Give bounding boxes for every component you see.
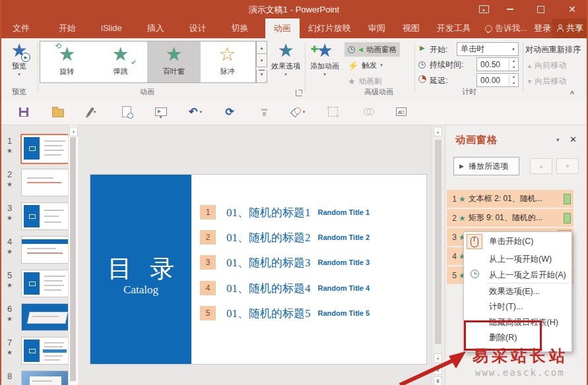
tab-animations[interactable]: 动画 [265, 18, 300, 38]
delay-spinner[interactable]: 00.00 ▴▾ [476, 73, 519, 87]
start-value-dropdown[interactable]: 单击时 ▾ [457, 42, 519, 56]
align-button-disabled[interactable] [247, 108, 281, 116]
minimize-button[interactable] [500, 0, 520, 18]
tab-home[interactable]: 开始 [50, 18, 84, 38]
thumbnail-slide-7[interactable]: 7★ [1, 337, 78, 369]
menu-timing[interactable]: 计时(T)... [464, 299, 572, 314]
tab-transitions[interactable]: 切换 [223, 18, 257, 38]
slide-blue-panel[interactable]: 目 录 Catalog [90, 175, 191, 364]
tell-me-box[interactable]: 告诉我... [485, 23, 527, 34]
trigger-button[interactable]: ⚡ 触发 ▾ [344, 58, 386, 73]
duration-spin-arrows[interactable]: ▴▾ [509, 58, 518, 71]
thumbnail-slide-6[interactable]: 6★ [1, 303, 78, 335]
thumbnail-preview-7[interactable] [21, 337, 69, 365]
move-later-button[interactable]: ▼ 向后移动 [527, 76, 566, 87]
tab-review[interactable]: 审阅 [360, 18, 394, 38]
open-button[interactable] [41, 107, 75, 117]
thumbnail-slide-3[interactable]: 3★ [1, 202, 78, 234]
start-slideshow-button[interactable] [144, 107, 178, 116]
thumbnail-preview-8[interactable] [21, 370, 69, 385]
tab-developer[interactable]: 开发工具 [428, 18, 480, 38]
duration-spinner[interactable]: 00.50 ▴▾ [476, 57, 519, 71]
menu-start-with-previous[interactable]: 从上一项开始(W) [464, 251, 572, 267]
align-icon [261, 108, 268, 116]
delay-spin-arrows[interactable]: ▴▾ [509, 74, 518, 86]
thumbnail-preview-1[interactable] [20, 134, 70, 164]
thumbnail-slide-8[interactable]: 8 [1, 370, 78, 385]
thumbnail-preview-3[interactable] [21, 202, 69, 230]
scrollbar-thumb[interactable] [435, 140, 441, 344]
tab-insert[interactable]: 插入 [139, 18, 173, 38]
preview-button[interactable]: ★▶ 预览 ▾ [3, 41, 36, 77]
catalog-item-4[interactable]: 4 01、随机的标题4 Random Title 4 [200, 280, 370, 297]
animation-bounce[interactable]: ★ ✔ 弹跳 [94, 42, 147, 82]
ink-pointer-button[interactable]: ▾ [75, 107, 110, 117]
pane-move-up-button[interactable]: ▲ [530, 158, 552, 174]
gallery-more-button[interactable]: ▾ [256, 70, 267, 83]
menu-effect-options[interactable]: 效果选项(E)... [464, 283, 572, 299]
restore-icon [537, 6, 544, 13]
sign-in-button[interactable]: 登录 [534, 18, 551, 38]
animation-blinds-selected[interactable]: ★ 百叶窗 [147, 42, 201, 82]
catalog-item-2[interactable]: 2 01、随机的标题2 Random Title 2 [200, 229, 370, 246]
timeline-bar[interactable] [564, 213, 571, 223]
collapse-ribbon-icon[interactable]: ^ [570, 90, 574, 98]
gallery-scroll-up-button[interactable]: ▴ [256, 41, 267, 54]
timeline-bar[interactable] [564, 194, 571, 204]
animation-dialog-launcher-icon[interactable] [296, 90, 302, 96]
thumbnail-scrollbar-thumb[interactable] [70, 137, 76, 381]
thumbnail-preview-4[interactable] [21, 236, 69, 264]
ribbon-display-options-button[interactable]: ▴ [474, 0, 494, 18]
animation-spin[interactable]: ⟲ ★ 旋转 [40, 42, 94, 82]
menu-start-after-previous[interactable]: 从上一项之后开始(A) [464, 267, 572, 283]
merge-shapes-button-disabled[interactable] [350, 108, 384, 115]
group-label-advanced: 高级动画 [344, 87, 413, 97]
animation-item-2[interactable]: 2 ★ 矩形 9: 01、随机的... [447, 209, 573, 227]
close-button[interactable]: ✕ [561, 0, 583, 18]
thumbnail-preview-6[interactable] [21, 303, 69, 331]
duration-label: 持续时间: [430, 59, 463, 71]
tab-slideshow[interactable]: 幻灯片放映 [300, 18, 360, 38]
gallery-scroll-down-button[interactable]: ▾ [256, 54, 267, 67]
tab-islide[interactable]: iSlide [92, 18, 131, 38]
thumbnail-scroll-up-icon[interactable]: ▴ [69, 127, 78, 136]
pane-menu-caret-icon[interactable]: ▾ [556, 136, 560, 143]
redo-button[interactable]: ⟳ [212, 107, 247, 117]
tell-me-label: 告诉我... [496, 23, 527, 34]
tab-design[interactable]: 设计 [181, 18, 215, 38]
thumbnail-slide-4[interactable]: 4★ [1, 236, 78, 268]
catalog-item-5[interactable]: 5 01、随机的标题5 Random Title 5 [200, 305, 370, 322]
print-preview-button[interactable] [110, 106, 144, 117]
play-selected-button[interactable]: ▶ 播放所选项 [453, 157, 519, 175]
pane-close-icon[interactable]: ✕ [570, 134, 577, 144]
thumbnail-slide-5[interactable]: 5★ [1, 270, 78, 301]
tab-view[interactable]: 视图 [394, 18, 428, 38]
scroll-up-button[interactable]: ▴ [434, 127, 442, 136]
tab-file[interactable]: 文件 [4, 18, 38, 38]
text-box-button[interactable]: A [384, 107, 418, 116]
animation-item-1[interactable]: 1 ★ 文本框 2: 01、随机... [447, 190, 573, 208]
pane-move-down-button[interactable]: ▼ [556, 158, 579, 174]
shapes-button[interactable]: ▾ [281, 107, 315, 116]
move-earlier-button[interactable]: ▲ 向前移动 [527, 60, 566, 71]
thumbnail-slide-1[interactable]: 1★ [1, 135, 78, 167]
restore-button[interactable] [531, 0, 550, 18]
thumbnail-slide-2[interactable]: 2★ [1, 169, 78, 200]
catalog-item-1[interactable]: 1 01、随机的标题1 Random Title 1 [200, 204, 370, 221]
current-slide[interactable]: 目 录 Catalog 1 01、随机的标题1 Random Title 1 2… [90, 175, 426, 364]
thumbnail-preview-5[interactable] [21, 270, 69, 297]
thumbnail-scrollbar[interactable]: ▴ [68, 125, 78, 385]
item-number-badge: 3 [200, 255, 216, 270]
catalog-item-3[interactable]: 3 01、随机的标题3 Random Title 3 [200, 254, 370, 271]
effect-options-button[interactable]: ★ 效果选项 ▾ [267, 41, 305, 77]
add-animation-button[interactable]: ✚★ 添加动画 ▾ [308, 41, 342, 77]
share-button[interactable]: 共享 [552, 18, 588, 38]
menu-start-on-click[interactable]: 单击开始(C) [464, 233, 572, 249]
animation-pulse[interactable]: ☆ 脉冲 [201, 42, 254, 82]
save-button[interactable] [7, 107, 41, 117]
animation-pane-toggle-button[interactable]: ◀ 动画窗格 [344, 42, 400, 57]
undo-button[interactable]: ↶▾ [178, 107, 212, 117]
thumbnail-preview-2[interactable] [21, 169, 69, 196]
group-button-disabled[interactable] [315, 107, 350, 117]
animation-painter-button[interactable]: ★ 动画刷 [344, 74, 385, 88]
